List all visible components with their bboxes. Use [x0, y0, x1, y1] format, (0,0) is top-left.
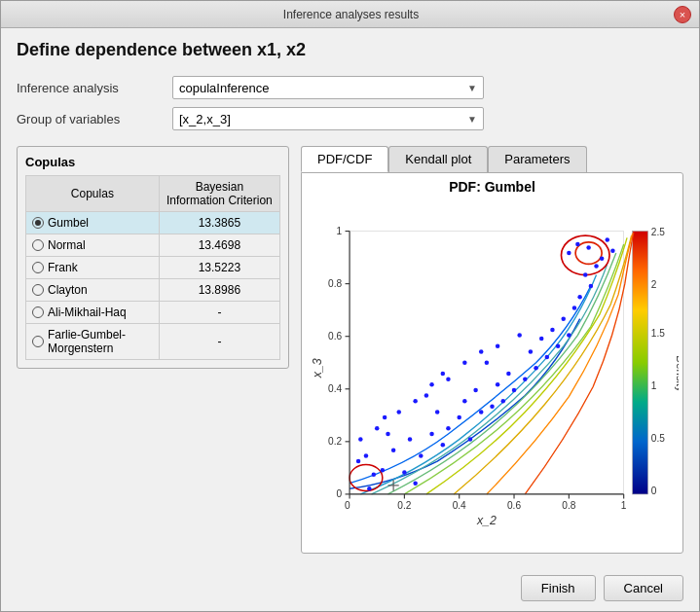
svg-point-16 — [367, 486, 372, 491]
svg-text:x_3: x_3 — [311, 358, 324, 378]
plot-svg: 2.5 2 1.5 1 0.5 0 Density — [306, 198, 679, 549]
footer: Finish Cancel — [1, 565, 699, 611]
copula-name: Gumbel — [48, 216, 89, 230]
copulas-panel: Copulas Copulas Bayesian Information Cri… — [17, 146, 289, 554]
group-dropdown-arrow: ▼ — [467, 114, 477, 125]
svg-text:1: 1 — [337, 226, 343, 236]
svg-point-45 — [567, 333, 571, 338]
group-select[interactable]: [x_2,x_3] ▼ — [172, 107, 484, 130]
inference-label: Inference analysis — [17, 81, 172, 95]
bic-cell: 13.8986 — [159, 279, 279, 302]
group-value: [x_2,x_3] — [179, 112, 231, 126]
table-row[interactable]: Farlie-Gumbel-Morgenstern - — [26, 324, 280, 360]
svg-point-59 — [479, 349, 484, 354]
bic-cell: - — [159, 324, 279, 360]
radio-fgm[interactable] — [32, 336, 44, 347]
tab-kendall[interactable]: Kendall plot — [388, 146, 488, 172]
svg-point-46 — [561, 316, 566, 321]
svg-point-24 — [386, 432, 390, 437]
copula-name-cell: Frank — [26, 257, 160, 279]
svg-point-23 — [413, 481, 418, 486]
svg-point-13 — [364, 453, 369, 458]
group-row: Group of variables [x_2,x_3] ▼ — [17, 107, 683, 130]
inference-dropdown-arrow: ▼ — [467, 83, 477, 93]
close-button[interactable]: × — [674, 6, 691, 23]
col-header-bic: Bayesian Information Criterion — [159, 176, 279, 212]
svg-point-55 — [567, 251, 571, 256]
copula-name-cell: Normal — [26, 234, 160, 257]
svg-point-30 — [490, 405, 495, 410]
content-area: Define dependence between x1, x2 Inferen… — [1, 28, 699, 565]
svg-point-42 — [539, 337, 544, 342]
inference-row: Inference analysis copulaInference ▼ — [17, 76, 683, 99]
svg-point-61 — [517, 333, 522, 338]
svg-point-44 — [550, 328, 555, 333]
plot-container: PDF: Gumbel — [301, 172, 683, 554]
svg-point-20 — [429, 432, 434, 437]
svg-point-41 — [529, 349, 534, 354]
svg-point-48 — [577, 295, 582, 300]
right-panel: PDF/CDF Kendall plot Parameters PDF: Gum… — [301, 146, 683, 554]
plot-title: PDF: Gumbel — [449, 179, 535, 195]
svg-point-18 — [408, 437, 413, 442]
svg-point-68 — [383, 415, 387, 420]
svg-text:0.8: 0.8 — [562, 500, 575, 511]
radio-clayton[interactable] — [32, 284, 44, 296]
table-row[interactable]: Ali-Mikhail-Haq - — [26, 302, 280, 324]
copulas-group-box: Copulas Copulas Bayesian Information Cri… — [17, 146, 289, 369]
svg-point-51 — [594, 264, 599, 269]
copula-name: Ali-Mikhail-Haq — [48, 306, 127, 319]
bic-cell: 13.4698 — [159, 234, 279, 257]
svg-point-65 — [441, 372, 446, 377]
svg-point-22 — [402, 470, 407, 475]
radio-amh[interactable] — [32, 306, 44, 318]
copula-name: Normal — [48, 238, 86, 252]
svg-point-37 — [506, 372, 511, 377]
svg-point-58 — [462, 360, 467, 365]
radio-normal[interactable] — [32, 239, 44, 251]
titlebar: Inference analyses results × — [1, 1, 699, 28]
table-row[interactable]: Normal 13.4698 — [26, 234, 280, 257]
svg-point-50 — [583, 272, 588, 277]
page-title: Define dependence between x1, x2 — [17, 40, 683, 60]
radio-frank[interactable] — [32, 262, 44, 273]
svg-point-39 — [534, 366, 538, 371]
svg-text:Density: Density — [675, 355, 679, 392]
svg-text:0.6: 0.6 — [507, 500, 521, 511]
table-row[interactable]: Clayton 13.8986 — [26, 279, 280, 302]
svg-text:0.4: 0.4 — [453, 500, 466, 511]
finish-button[interactable]: Finish — [521, 575, 596, 601]
bic-cell: - — [159, 302, 279, 324]
plot-area: 2.5 2 1.5 1 0.5 0 Density — [306, 198, 679, 549]
copula-name-cell: Farlie-Gumbel-Morgenstern — [26, 324, 160, 360]
svg-point-62 — [396, 410, 401, 414]
inference-select[interactable]: copulaInference ▼ — [172, 76, 484, 99]
svg-text:0.2: 0.2 — [328, 436, 342, 447]
svg-text:2: 2 — [651, 279, 657, 290]
svg-point-25 — [446, 426, 451, 431]
bic-cell: 13.5223 — [159, 257, 279, 279]
tab-bar: PDF/CDF Kendall plot Parameters — [301, 146, 683, 172]
tab-parameters[interactable]: Parameters — [488, 146, 586, 172]
svg-text:0.5: 0.5 — [651, 433, 665, 444]
radio-gumbel[interactable] — [32, 217, 44, 229]
svg-rect-1 — [633, 232, 648, 494]
svg-text:0.6: 0.6 — [328, 331, 342, 342]
cancel-button[interactable]: Cancel — [604, 575, 683, 601]
svg-point-33 — [435, 410, 440, 414]
svg-text:x_2: x_2 — [476, 514, 497, 527]
svg-point-14 — [372, 472, 377, 477]
bottom-section: Copulas Copulas Bayesian Information Cri… — [17, 146, 683, 554]
svg-text:2.5: 2.5 — [651, 227, 665, 237]
inference-value: copulaInference — [179, 81, 270, 95]
main-window: Inference analyses results × Define depe… — [0, 0, 700, 612]
svg-text:1: 1 — [621, 500, 627, 511]
svg-text:0.8: 0.8 — [328, 278, 342, 289]
tab-pdfcdf[interactable]: PDF/CDF — [301, 146, 388, 172]
table-row[interactable]: Frank 13.5223 — [26, 257, 280, 279]
svg-point-60 — [496, 344, 500, 349]
svg-point-66 — [358, 437, 363, 442]
svg-point-26 — [457, 415, 461, 420]
svg-point-53 — [586, 245, 591, 250]
table-row[interactable]: Gumbel 13.3865 — [26, 212, 280, 234]
